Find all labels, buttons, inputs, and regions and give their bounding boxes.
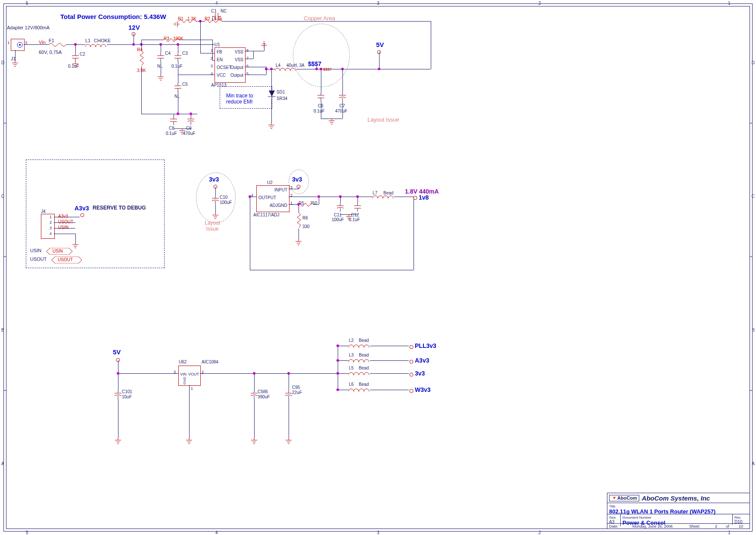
pin-1: 1	[7, 41, 9, 45]
power-arrow-icon	[413, 194, 418, 202]
pn: 1	[50, 215, 52, 219]
wire	[370, 390, 409, 390]
ic-U62: VIN VOUT GND	[178, 366, 201, 386]
ref-R4: R4	[137, 47, 143, 52]
rail-3v3-b: 3v3	[292, 176, 302, 183]
cap-C12	[354, 203, 361, 213]
sheet-a: 2	[715, 524, 717, 529]
note-layout-1: Layout Issue	[367, 116, 399, 123]
note-reserve: RESERVE TO DEBUG	[93, 205, 146, 211]
ruler-bot-3: 3	[377, 530, 380, 535]
junction-dot	[315, 68, 318, 70]
wire	[245, 67, 266, 67]
note-power-total: Total Power Consumption: 5.436W	[60, 13, 166, 20]
rail-1v8: 1v8	[419, 194, 429, 201]
wire	[215, 204, 216, 213]
wire	[200, 53, 215, 53]
ruler-right-D: D	[752, 60, 755, 65]
cap-C8	[170, 116, 177, 127]
wire	[212, 16, 213, 21]
wire	[358, 197, 358, 203]
wire	[431, 21, 431, 69]
ruler-top-2: 2	[538, 1, 541, 6]
pn: 1	[211, 48, 213, 53]
ref-C5: C5	[182, 82, 188, 87]
sheet-of: of	[726, 524, 729, 529]
inductor-L3	[348, 358, 370, 366]
pn: 7	[246, 56, 249, 60]
title-lbl: Title	[609, 504, 616, 508]
svg-point-10	[132, 32, 135, 36]
val-C586: 390uF	[258, 394, 270, 399]
val-L3: Bead	[359, 353, 369, 357]
pin-VSS: VSS	[235, 57, 243, 62]
wire	[161, 44, 161, 53]
cap-C9	[187, 116, 194, 127]
tick	[3, 123, 6, 123]
svg-point-1	[19, 44, 21, 46]
wire	[338, 360, 348, 361]
pn: 1	[191, 386, 193, 391]
ruler-left-C: C	[1, 194, 4, 199]
res-R4	[140, 51, 144, 66]
power-arrow-icon	[409, 358, 414, 366]
ruler-bot-5: 5	[26, 530, 28, 535]
rail-A3v3-dbg: A3v3	[75, 205, 89, 212]
gnd-icon	[178, 128, 186, 137]
wire	[54, 234, 75, 234]
wire	[215, 187, 216, 196]
ruler-left-B: B	[1, 328, 4, 332]
ref-C101: C101	[122, 389, 132, 394]
val-C10: 100uF	[220, 200, 232, 205]
ruler-bot-1: 1	[728, 530, 731, 535]
date-lbl: Date:	[609, 524, 619, 529]
ref-C2: C2	[80, 52, 85, 56]
rail-sss7: $$$7	[308, 60, 321, 67]
wire	[289, 197, 373, 197]
fuse-F1	[49, 43, 66, 47]
pin-VOUT: VOUT	[188, 372, 199, 376]
gnd-icon	[185, 438, 193, 447]
cap-C11	[337, 203, 344, 213]
ref-C4: C4	[165, 51, 171, 56]
val-L6: Bead	[359, 382, 369, 387]
svg-point-73	[81, 213, 84, 217]
wire	[141, 114, 197, 114]
pn: 4	[50, 232, 52, 236]
gnd-icon	[328, 119, 336, 127]
val-R6: 330	[302, 224, 310, 229]
pin-GND: GND	[183, 377, 187, 385]
svg-point-132	[410, 389, 413, 393]
wire	[174, 114, 174, 116]
wire	[370, 373, 409, 374]
inductor-L5	[348, 371, 370, 379]
wire	[299, 187, 299, 189]
wire	[118, 373, 118, 391]
gnd-icon	[11, 61, 19, 69]
tick	[750, 390, 753, 391]
docnum-lbl: Document Number	[622, 516, 651, 519]
ref-C95: C95	[292, 385, 300, 390]
cap-C1	[212, 13, 221, 22]
copper-ellipse	[293, 24, 350, 87]
note-layout-2: Layout Issue	[205, 220, 220, 232]
ref-L5: L5	[349, 366, 354, 370]
ruler-left-D: D	[1, 60, 4, 65]
pn: 2	[211, 56, 213, 60]
svg-point-102	[414, 196, 417, 200]
pn: 3	[211, 64, 213, 68]
rail-3v3: 3v3	[415, 370, 425, 377]
val-C3: 0.1uF	[171, 64, 183, 69]
junction-dot	[378, 68, 380, 70]
rail-5V: 5V	[376, 41, 384, 48]
ref-U1: U1	[215, 42, 220, 47]
wire	[141, 40, 163, 40]
wire	[338, 390, 348, 390]
res-R3	[163, 38, 180, 42]
wire	[254, 399, 255, 438]
wire	[321, 69, 321, 93]
pin-ADJGND: ADJGND	[270, 203, 287, 208]
wire	[289, 189, 299, 189]
wire	[118, 360, 118, 373]
ruler-left-A: A	[1, 461, 4, 466]
